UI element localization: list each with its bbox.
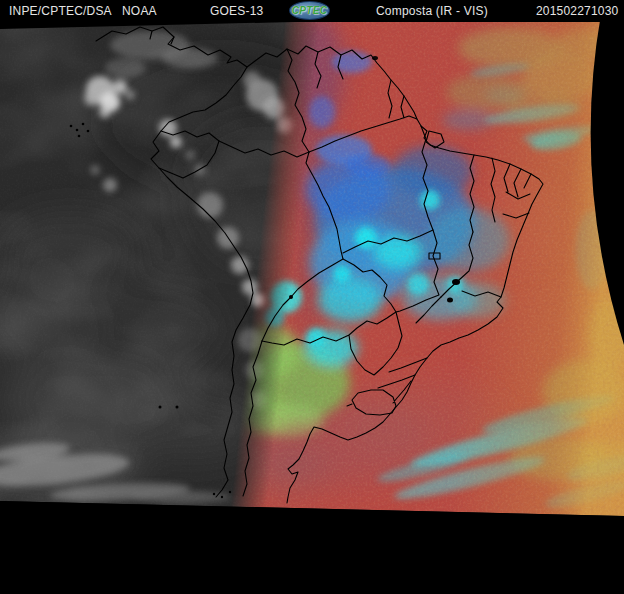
- timestamp-label: 201502271030: [536, 0, 619, 22]
- product-label: Composta (IR - VIS): [376, 0, 488, 22]
- satellite-image: [0, 0, 624, 594]
- infrared-color-layer: [215, 0, 624, 594]
- agency-label: INPE/CPTEC/DSA: [9, 0, 112, 22]
- satellite-composite-canvas: [0, 0, 624, 594]
- cptec-logo-text: CPTEC: [292, 5, 327, 16]
- header-bar: INPE/CPTEC/DSA NOAA GOES-13 CPTEC Compos…: [0, 0, 624, 22]
- noaa-label: NOAA: [122, 0, 157, 22]
- satellite-product-window: INPE/CPTEC/DSA NOAA GOES-13 CPTEC Compos…: [0, 0, 624, 594]
- cptec-logo: CPTEC: [289, 1, 330, 20]
- bottom-black-band: [0, 501, 624, 594]
- satellite-label: GOES-13: [210, 0, 263, 22]
